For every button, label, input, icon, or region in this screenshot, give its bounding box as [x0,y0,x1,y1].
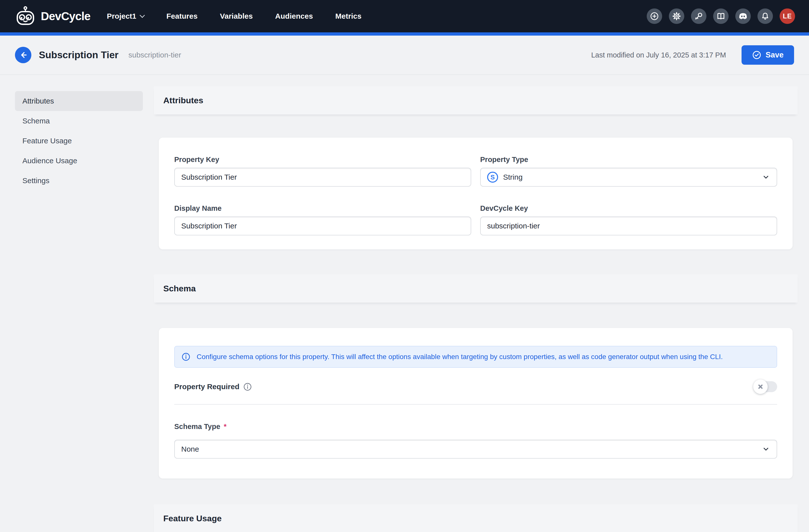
check-circle-icon [752,50,761,60]
property-key-input[interactable] [174,168,471,187]
property-key-field: Property Key [174,156,471,187]
sidebar: Attributes Schema Feature Usage Audience… [15,91,143,191]
settings-button[interactable] [669,8,684,24]
attributes-heading: Attributes [163,95,203,105]
sidebar-item-feature-usage[interactable]: Feature Usage [15,131,143,151]
sidebar-item-settings[interactable]: Settings [15,171,143,191]
discord-icon [738,12,748,21]
required-asterisk: * [224,423,226,431]
property-required-toggle[interactable] [754,381,777,392]
sidebar-item-schema[interactable]: Schema [15,111,143,131]
property-key-label: Property Key [174,156,471,164]
project-selector[interactable]: Project1 [107,12,144,20]
devcycle-key-label: DevCycle Key [480,204,777,213]
sidebar-item-audience-usage[interactable]: Audience Usage [15,151,143,171]
display-name-label: Display Name [174,204,471,213]
last-modified-text: Last modified on July 16, 2025 at 3:17 P… [591,51,726,59]
main-content: Attributes Property Key Property Type S … [154,86,797,532]
schema-section-header: Schema [154,274,797,303]
property-type-field: Property Type S String [480,156,777,187]
brand-name: DevCycle [41,10,90,23]
back-button[interactable] [15,47,31,63]
schema-type-value: None [181,445,199,454]
toggle-knob-x-icon [753,379,768,394]
devcycle-logo[interactable]: DevCycle [14,6,90,26]
property-type-label: Property Type [480,156,777,164]
property-required-label: Property Required [174,382,252,391]
page-title: Subscription Tier [39,50,119,60]
feature-usage-heading: Feature Usage [163,514,222,523]
accent-bar [0,32,809,36]
nav-item-metrics[interactable]: Metrics [335,12,361,20]
chevron-down-icon [139,13,144,18]
documentation-button[interactable] [713,8,728,24]
attributes-card: Property Key Property Type S String [159,138,793,249]
notifications-button[interactable] [757,8,773,24]
info-icon [181,352,191,361]
schema-type-select[interactable]: None [174,440,777,459]
chevron-down-icon [762,173,770,181]
schema-info-banner: Configure schema options for this proper… [174,346,777,368]
nav-item-audiences[interactable]: Audiences [275,12,313,20]
display-name-field: Display Name [174,204,471,235]
devcycle-robot-icon [14,6,37,26]
top-nav: DevCycle Project1 Features Variables Aud… [0,0,809,32]
divider [174,404,777,405]
user-avatar[interactable]: LE [780,8,795,24]
display-name-input[interactable] [174,216,471,235]
property-type-select[interactable]: S String [480,168,777,187]
schema-info-text: Configure schema options for this proper… [197,353,723,361]
create-new-button[interactable] [647,8,662,24]
api-keys-button[interactable] [691,8,706,24]
page-header: Subscription Tier subscription-tier Last… [0,36,809,75]
chevron-down-icon [762,445,770,454]
string-type-icon: S [487,172,498,183]
devcycle-key-field: DevCycle Key [480,204,777,235]
schema-heading: Schema [163,284,196,294]
devcycle-key-input[interactable] [480,216,777,235]
nav-links: Project1 Features Variables Audiences Me… [107,12,361,20]
nav-actions: LE [647,8,795,24]
nav-item-features[interactable]: Features [167,12,197,20]
feature-usage-section-header: Feature Usage [154,504,797,532]
plus-circle-icon [650,12,659,21]
info-icon[interactable] [243,382,252,391]
property-type-value: String [503,173,522,181]
key-icon [694,12,703,21]
sidebar-item-attributes[interactable]: Attributes [15,91,143,111]
open-book-icon [717,12,725,21]
gear-icon [672,12,681,21]
discord-button[interactable] [735,8,751,24]
bell-icon [761,12,770,21]
attributes-section-header: Attributes [154,86,797,114]
property-required-row: Property Required [174,381,777,392]
schema-type-label: Schema Type* [174,423,777,431]
page-key: subscription-tier [128,51,181,59]
nav-item-variables[interactable]: Variables [220,12,253,20]
save-button[interactable]: Save [742,45,794,65]
schema-card: Configure schema options for this proper… [159,328,793,479]
